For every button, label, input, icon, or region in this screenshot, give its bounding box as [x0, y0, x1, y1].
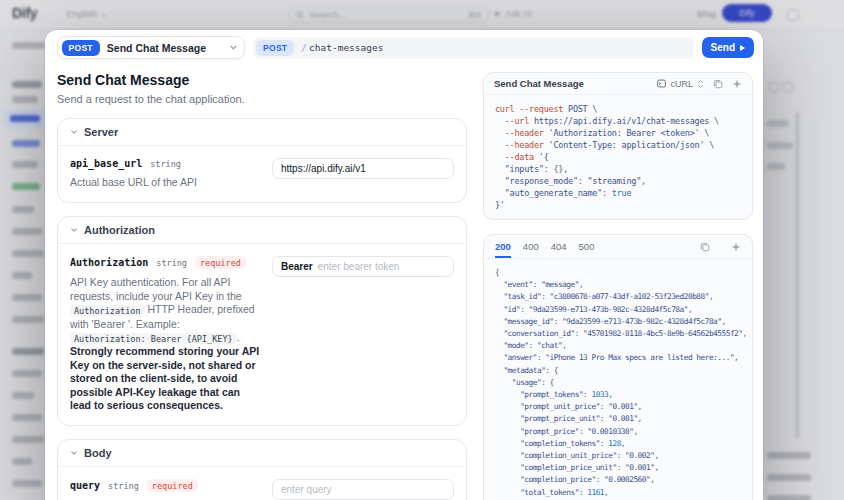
field-type: string [150, 159, 181, 169]
request-sample-panel: Send Chat Message cURL curl --request PO… [483, 72, 753, 220]
endpoint-url-bar[interactable]: POST /chat-messages [253, 37, 694, 59]
authorization-section: Authorization Authorization string requi… [57, 216, 467, 426]
code-column: Send Chat Message cURL curl --request PO… [483, 69, 753, 500]
sparkle-icon [731, 242, 741, 252]
tab-404[interactable]: 404 [551, 235, 567, 258]
input-placeholder: enter bearer token [318, 261, 400, 272]
ask-ai-button[interactable] [731, 242, 741, 252]
page-title: Send Chat Message [57, 72, 467, 88]
required-badge: required [147, 479, 198, 492]
field-type: string [108, 481, 139, 491]
ask-ai-button[interactable] [732, 79, 742, 89]
body-section: Body query string required User Input/Qu… [57, 439, 467, 500]
required-badge: required [195, 256, 246, 269]
page-subtitle: Send a request to the chat application. [57, 93, 467, 105]
chevron-down-icon [70, 226, 78, 234]
tab-200[interactable]: 200 [495, 235, 511, 258]
query-input[interactable] [272, 479, 454, 500]
api-base-url-input[interactable] [272, 158, 454, 179]
endpoint-path: /chat-messages [301, 42, 383, 53]
server-section: Server api_base_url string Actual base U… [57, 118, 467, 203]
request-code-block[interactable]: curl --request POST \ --url https://api.… [484, 95, 752, 219]
endpoint-selector[interactable]: POST Send Chat Message [57, 36, 245, 59]
response-code-block[interactable]: { "event": "message", "task_id": "c38006… [484, 259, 752, 500]
play-icon [740, 45, 745, 51]
field-description: API Key authentication. For all API requ… [70, 276, 260, 412]
send-request-button[interactable]: Send [702, 37, 754, 58]
tab-400[interactable]: 400 [523, 235, 539, 258]
copy-button[interactable] [713, 79, 723, 89]
copy-icon [700, 242, 710, 252]
terminal-icon [657, 79, 666, 88]
field-name: query [70, 480, 100, 491]
field-row-query: query string required User Input/Questio… [70, 479, 454, 500]
playground-toolbar: POST Send Chat Message POST /chat-messag… [45, 30, 763, 65]
chevron-updown-icon [697, 79, 704, 89]
api-playground-modal: POST Send Chat Message POST /chat-messag… [45, 30, 763, 500]
url-method-badge: POST [256, 40, 294, 56]
chevron-down-icon [70, 449, 78, 457]
field-name: api_base_url [70, 158, 142, 169]
endpoint-name: Send Chat Message [107, 42, 206, 54]
field-description: Actual base URL of the API [70, 176, 260, 189]
chevron-down-icon [70, 128, 78, 136]
sparkle-icon [732, 79, 742, 89]
chevron-down-icon [229, 43, 238, 52]
field-type: string [156, 258, 187, 268]
endpoint-docs-column: Send Chat Message Send a request to the … [57, 69, 467, 500]
tab-500[interactable]: 500 [579, 235, 595, 258]
language-selector[interactable]: cURL [657, 79, 704, 89]
response-status-tabs: 200 400 404 500 [484, 235, 752, 259]
response-sample-panel: 200 400 404 500 { "event": "message", "t… [483, 234, 753, 500]
bearer-token-input[interactable]: Bearer enter bearer token [272, 256, 454, 277]
request-sample-title: Send Chat Message [494, 78, 657, 89]
body-section-header[interactable]: Body [58, 440, 466, 466]
copy-button[interactable] [700, 242, 710, 252]
method-badge: POST [62, 40, 100, 56]
server-section-header[interactable]: Server [58, 119, 466, 145]
field-name: Authorization [70, 257, 148, 268]
copy-icon [713, 79, 723, 89]
authorization-section-header[interactable]: Authorization [58, 217, 466, 243]
